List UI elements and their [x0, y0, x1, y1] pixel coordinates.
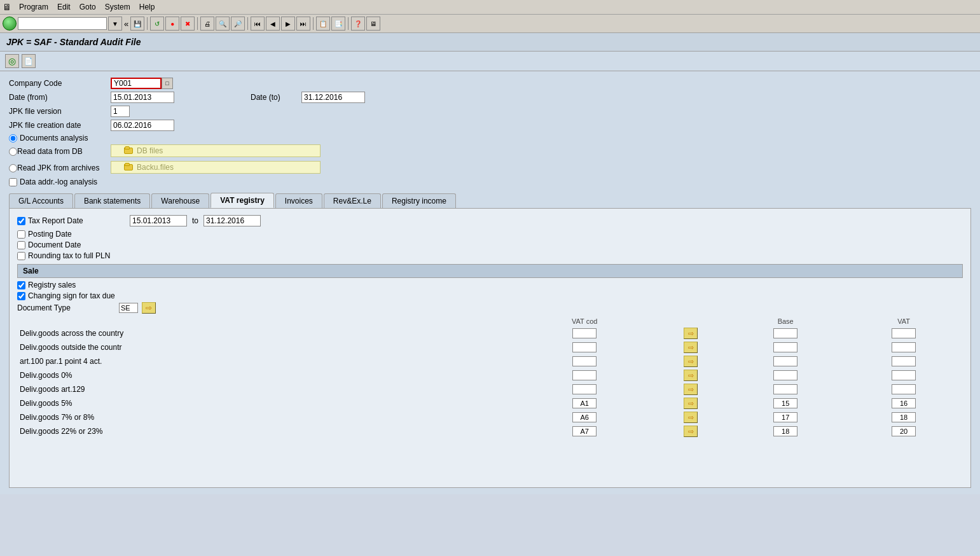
registry-sales-checkbox[interactable] [17, 281, 25, 289]
row-label-3: Deliv.goods 0% [17, 368, 514, 382]
last-btn[interactable]: ⏭ [296, 17, 310, 31]
red-circle-btn[interactable]: ● [165, 17, 179, 31]
tax-report-date-from-input[interactable] [130, 215, 187, 226]
base-input-2[interactable] [773, 356, 797, 366]
find2-btn[interactable]: 🔎 [231, 17, 245, 31]
command-input[interactable] [18, 17, 107, 30]
base-input-6[interactable] [773, 412, 797, 422]
vat-input-4[interactable] [892, 384, 916, 394]
find-btn[interactable]: 🔍 [216, 17, 230, 31]
date-from-input[interactable] [111, 92, 174, 103]
vat-cod-input-1[interactable] [572, 342, 597, 352]
document-date-checkbox[interactable] [17, 241, 25, 249]
read-db-row: Read data from DB DB files [9, 144, 971, 158]
date-from-label: Date (from) [9, 93, 111, 102]
vat-input-2[interactable] [892, 356, 916, 366]
cancel-btn[interactable]: ✖ [181, 17, 195, 31]
sep5 [348, 17, 349, 30]
vat-cod-input-5[interactable] [572, 398, 597, 408]
help-btn[interactable]: ❓ [351, 17, 365, 31]
document-type-input[interactable] [119, 303, 138, 313]
tab-warehouse[interactable]: Warehouse [151, 193, 209, 208]
copy-btn[interactable]: 📄 [22, 54, 36, 68]
base-input-1[interactable] [773, 342, 797, 352]
base-input-7[interactable] [773, 426, 797, 436]
tab-gl-accounts[interactable]: G/L Accounts [9, 193, 73, 208]
date-to-input[interactable] [301, 92, 365, 103]
monitor-btn[interactable]: 🖥 [366, 17, 380, 31]
rounding-checkbox[interactable] [17, 252, 25, 260]
docs-analysis-radio[interactable] [9, 134, 17, 142]
first-btn[interactable]: ⏮ [251, 17, 265, 31]
jpk-version-row: JPK file version [9, 106, 971, 117]
vat-input-1[interactable] [892, 342, 916, 352]
rounding-row: Rounding tax to full PLN [17, 251, 963, 260]
tax-report-date-to-input[interactable] [204, 215, 261, 226]
data-addr-checkbox[interactable] [9, 178, 17, 186]
vat-input-7[interactable] [892, 426, 916, 436]
save-btn[interactable]: 💾 [130, 17, 144, 31]
changing-sign-checkbox[interactable] [17, 292, 25, 300]
vat-cod-input-2[interactable] [572, 356, 597, 366]
menu-goto[interactable]: Goto [76, 1, 100, 13]
row-arrow-btn-7[interactable]: ⇨ [684, 426, 698, 437]
green-circle-btn[interactable] [3, 17, 17, 31]
row-arrow-btn-3[interactable]: ⇨ [684, 370, 698, 381]
base-input-3[interactable] [773, 370, 797, 380]
row-arrow-btn-6[interactable]: ⇨ [684, 412, 698, 423]
menu-system[interactable]: System [101, 1, 134, 13]
vat-input-5[interactable] [892, 398, 916, 408]
db-files-label: DB files [137, 146, 163, 155]
posting-date-checkbox[interactable] [17, 230, 25, 239]
refresh-btn[interactable]: ↺ [150, 17, 164, 31]
tabs-row: G/L Accounts Bank statements Warehouse V… [9, 193, 971, 208]
vat-cod-input-4[interactable] [572, 384, 597, 394]
dropdown-btn[interactable]: ▼ [108, 17, 122, 31]
base-input-4[interactable] [773, 384, 797, 394]
vat-input-6[interactable] [892, 412, 916, 422]
company-code-label: Company Code [9, 79, 111, 88]
menu-help[interactable]: Help [135, 1, 159, 13]
tax-report-date-row: Tax Report Date to [17, 215, 963, 226]
company-code-input[interactable] [111, 78, 162, 89]
jpk-version-input[interactable] [111, 106, 130, 117]
menu1-btn[interactable]: 📋 [316, 17, 330, 31]
tab-bank-statements[interactable]: Bank statements [74, 193, 150, 208]
read-jpk-radio[interactable] [9, 164, 17, 172]
row-arrow-btn-4[interactable]: ⇨ [684, 384, 698, 395]
row-arrow-btn-1[interactable]: ⇨ [684, 342, 698, 353]
next-btn[interactable]: ▶ [281, 17, 295, 31]
row-arrow-btn-5[interactable]: ⇨ [684, 398, 698, 409]
vat-cod-input-7[interactable] [572, 426, 597, 436]
execute-btn[interactable]: ◎ [5, 54, 19, 68]
menu-program[interactable]: Program [15, 1, 52, 13]
vat-cod-input-6[interactable] [572, 412, 597, 422]
vat-cod-input-3[interactable] [572, 370, 597, 380]
vat-cod-input-0[interactable] [572, 328, 597, 338]
row-arrow-btn-0[interactable]: ⇨ [684, 328, 698, 339]
company-code-lookup-btn[interactable]: □ [162, 78, 173, 89]
base-input-0[interactable] [773, 328, 797, 338]
document-type-lookup-btn[interactable]: ⇨ [142, 302, 156, 314]
nav-back-btn[interactable]: « [124, 19, 128, 29]
title-bar: JPK = SAF - Standard Audit File [0, 33, 980, 52]
tab-registry-income[interactable]: Registry income [382, 193, 456, 208]
row-arrow-btn-2[interactable]: ⇨ [684, 356, 698, 367]
jpk-creation-input[interactable] [111, 120, 174, 131]
document-date-row: Document Date [17, 240, 963, 249]
menu-edit[interactable]: Edit [53, 1, 74, 13]
vat-input-0[interactable] [892, 328, 916, 338]
tab-rev-ex[interactable]: Rev&Ex.Le [324, 193, 381, 208]
document-date-label: Document Date [28, 240, 81, 249]
tab-invoices[interactable]: Invoices [275, 193, 322, 208]
tax-report-date-checkbox[interactable] [17, 217, 25, 225]
vat-input-3[interactable] [892, 370, 916, 380]
posting-date-label: Posting Date [28, 230, 72, 239]
menu2-btn[interactable]: 📑 [331, 17, 345, 31]
base-input-5[interactable] [773, 398, 797, 408]
print-btn[interactable]: 🖨 [200, 17, 214, 31]
read-db-radio[interactable] [9, 148, 17, 156]
prev-btn[interactable]: ◀ [266, 17, 280, 31]
read-db-label: Read data from DB [17, 147, 83, 156]
tab-vat-registry[interactable]: VAT registry [210, 193, 274, 208]
